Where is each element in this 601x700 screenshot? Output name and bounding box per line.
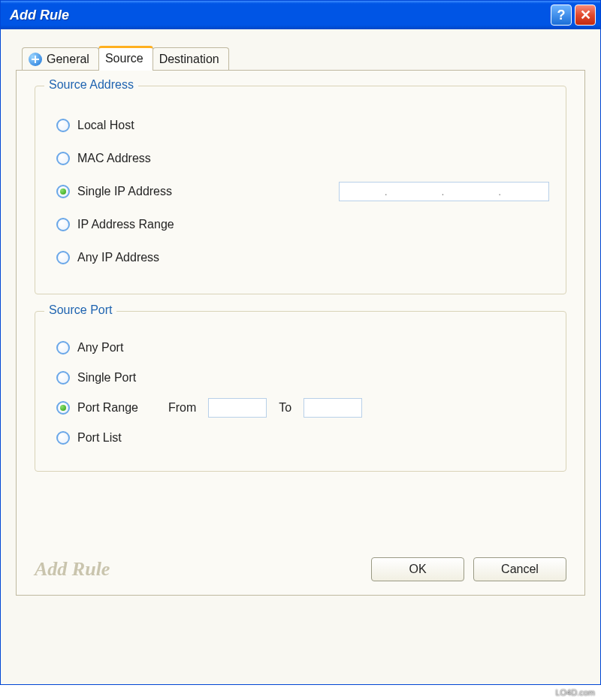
cancel-button[interactable]: Cancel bbox=[473, 557, 566, 581]
dialog-footer: Add Rule OK Cancel bbox=[35, 557, 566, 581]
plus-icon bbox=[29, 53, 42, 66]
tab-label: General bbox=[47, 53, 89, 66]
port-range-fields: From To bbox=[168, 398, 362, 418]
group-source-address: Source Address Local Host MAC Address Si… bbox=[35, 86, 566, 294]
radio-any-ip[interactable] bbox=[56, 251, 70, 264]
radio-label: Single Port bbox=[77, 371, 136, 385]
group-legend: Source Port bbox=[44, 303, 116, 317]
radio-port-range[interactable] bbox=[56, 401, 70, 415]
port-from-input[interactable] bbox=[208, 398, 267, 418]
radio-label: Local Host bbox=[77, 119, 134, 132]
radio-mac-address[interactable] bbox=[56, 152, 70, 165]
radio-local-host[interactable] bbox=[56, 119, 70, 132]
tab-destination[interactable]: Destination bbox=[153, 47, 229, 70]
help-icon: ? bbox=[557, 8, 566, 23]
tab-panel: Source Address Local Host MAC Address Si… bbox=[16, 70, 585, 596]
radio-row-mac-address: MAC Address bbox=[56, 148, 549, 169]
radio-row-port-list: Port List bbox=[56, 427, 549, 448]
help-button[interactable]: ? bbox=[551, 5, 572, 26]
titlebar: Add Rule ? ✕ bbox=[1, 1, 600, 29]
ip-address-input[interactable] bbox=[339, 182, 549, 201]
radio-label: Single IP Address bbox=[77, 185, 172, 198]
radio-port-list[interactable] bbox=[56, 431, 70, 445]
close-icon: ✕ bbox=[580, 7, 591, 23]
radio-row-any-port: Any Port bbox=[56, 337, 549, 358]
button-label: Cancel bbox=[501, 563, 539, 576]
radio-row-port-range: Port Range From To bbox=[56, 397, 549, 418]
tab-label: Destination bbox=[159, 53, 219, 66]
tab-label: Source bbox=[105, 52, 143, 65]
radio-row-single-port: Single Port bbox=[56, 367, 549, 388]
group-legend: Source Address bbox=[44, 78, 138, 92]
radio-label: Any IP Address bbox=[77, 251, 159, 264]
window-title: Add Rule bbox=[10, 8, 548, 23]
radio-label: Port List bbox=[77, 431, 122, 445]
footer-watermark: Add Rule bbox=[35, 558, 110, 581]
button-label: OK bbox=[409, 563, 426, 576]
radio-single-ip[interactable] bbox=[56, 185, 70, 198]
group-source-port: Source Port Any Port Single Port Port Ra… bbox=[35, 311, 566, 472]
to-label: To bbox=[279, 401, 291, 415]
radio-row-local-host: Local Host bbox=[56, 115, 549, 136]
radio-label: IP Address Range bbox=[77, 218, 174, 231]
radio-row-any-ip: Any IP Address bbox=[56, 247, 549, 268]
radio-label: Port Range bbox=[77, 401, 138, 415]
close-button[interactable]: ✕ bbox=[575, 5, 596, 26]
ok-button[interactable]: OK bbox=[371, 557, 464, 581]
radio-single-port[interactable] bbox=[56, 371, 70, 385]
dialog-body: General Source Destination Source Addres… bbox=[1, 29, 600, 684]
tab-source[interactable]: Source bbox=[98, 46, 153, 71]
radio-label: Any Port bbox=[77, 341, 123, 355]
radio-ip-range[interactable] bbox=[56, 218, 70, 231]
tab-general[interactable]: General bbox=[22, 47, 99, 70]
dialog-window: Add Rule ? ✕ General Source Destination … bbox=[0, 0, 601, 685]
radio-row-ip-range: IP Address Range bbox=[56, 214, 549, 235]
from-label: From bbox=[168, 401, 196, 415]
radio-any-port[interactable] bbox=[56, 341, 70, 355]
page-watermark: LO4D.com bbox=[555, 688, 595, 697]
radio-label: MAC Address bbox=[77, 152, 151, 165]
port-to-input[interactable] bbox=[304, 398, 362, 418]
tab-strip: General Source Destination bbox=[22, 43, 585, 70]
radio-row-single-ip: Single IP Address bbox=[56, 181, 549, 202]
